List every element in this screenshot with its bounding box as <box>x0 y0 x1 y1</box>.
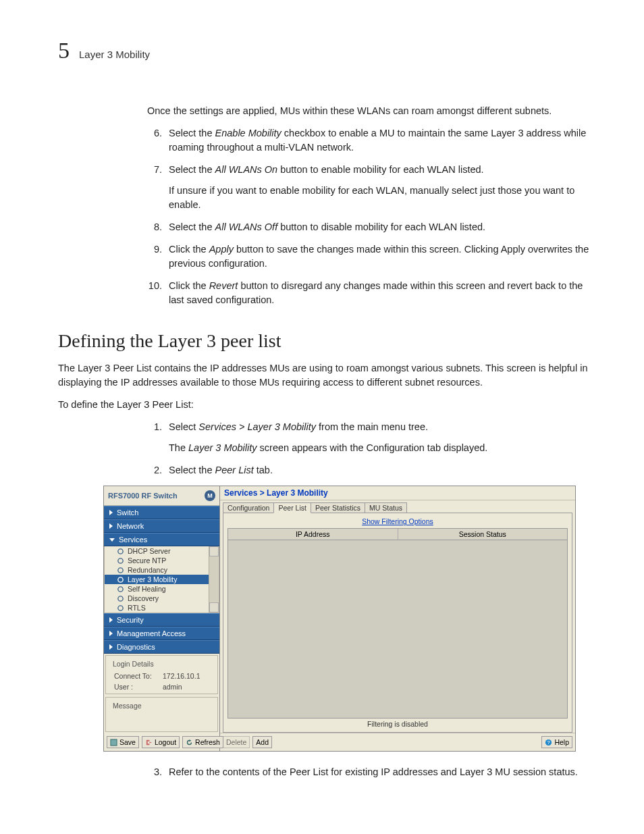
nav-switch[interactable]: Switch <box>104 506 219 519</box>
add-button[interactable]: Add <box>252 736 272 748</box>
step-number: 9. <box>147 242 162 271</box>
tab-peer-statistics[interactable]: Peer Statistics <box>311 502 365 513</box>
show-filtering-options-link[interactable]: Show Filtering Options <box>362 517 433 525</box>
intro-paragraph: Once the settings are applied, MUs withi… <box>147 104 590 118</box>
motorola-logo-icon: M <box>205 490 215 501</box>
sidebar-item-rtls[interactable]: RTLS <box>105 603 219 613</box>
nav-services[interactable]: Services <box>104 533 219 546</box>
step-text: Select the Enable Mobility checkbox to e… <box>169 126 590 155</box>
step-text: Click the Apply button to save the chang… <box>169 242 590 271</box>
tab-peer-list[interactable]: Peer List <box>273 502 311 513</box>
svg-point-4 <box>118 587 123 592</box>
brand-bar: RFS7000 RF Switch M <box>104 486 219 506</box>
nav-security[interactable]: Security <box>104 613 219 627</box>
sidebar-item-label: RTLS <box>128 604 146 612</box>
step-text: Refer to the contents of the Peer List f… <box>169 765 590 779</box>
sidebar-item-label: DHCP Server <box>128 547 170 555</box>
svg-point-2 <box>118 568 123 573</box>
sidebar-item-label: Secure NTP <box>128 556 166 565</box>
tab-mu-status[interactable]: MU Status <box>365 502 407 513</box>
sidebar-item-redundancy[interactable]: Redundancy <box>105 565 219 575</box>
step-item: 9.Click the Apply button to save the cha… <box>147 242 590 271</box>
step-text: Click the Revert button to disregard any… <box>169 279 590 307</box>
page-header: 5 Layer 3 Mobility <box>58 38 590 63</box>
tree-node-icon <box>117 604 124 612</box>
step-item: 2.Select the Peer List tab. <box>147 463 590 477</box>
section-paragraph-1: The Layer 3 Peer List contains the IP ad… <box>58 361 590 390</box>
sidebar-scrollbar[interactable] <box>209 546 219 613</box>
svg-point-1 <box>118 558 123 563</box>
sidebar-item-label: Discovery <box>128 594 159 602</box>
column-header[interactable]: IP Address <box>228 529 398 540</box>
filter-status-note: Filtering is disabled <box>223 719 572 732</box>
peer-list-table: IP AddressSession Status <box>227 528 568 719</box>
step-number: 3. <box>147 765 162 779</box>
step-item: 6.Select the Enable Mobility checkbox to… <box>147 126 590 155</box>
sidebar-item-label: Redundancy <box>128 566 167 574</box>
svg-point-6 <box>118 606 123 610</box>
step-text: Select the Peer List tab. <box>169 463 590 477</box>
svg-text:?: ? <box>547 739 550 746</box>
step-subtext: The Layer 3 Mobility screen appears with… <box>169 441 590 455</box>
step-number: 10. <box>147 279 162 307</box>
sidebar-item-dhcp-server[interactable]: DHCP Server <box>105 546 219 556</box>
refresh-button[interactable]: Refresh <box>182 736 223 748</box>
step-number: 8. <box>147 220 162 234</box>
section-paragraph-2: To define the Layer 3 Peer List: <box>58 398 590 412</box>
step-subtext: If unsure if you want to enable mobility… <box>169 184 590 212</box>
refresh-icon <box>186 739 193 746</box>
svg-point-0 <box>118 549 123 554</box>
column-header[interactable]: Session Status <box>398 529 568 540</box>
section-heading: Defining the Layer 3 peer list <box>58 330 590 352</box>
step-item: 3.Refer to the contents of the Peer List… <box>147 765 590 779</box>
tab-configuration[interactable]: Configuration <box>223 502 274 513</box>
nav-diagnostics[interactable]: Diagnostics <box>104 640 219 654</box>
tree-node-icon <box>117 548 124 555</box>
nav-management-access[interactable]: Management Access <box>104 627 219 640</box>
chapter-title: Layer 3 Mobility <box>79 49 150 60</box>
chapter-number: 5 <box>58 38 70 63</box>
step-item: 7.Select the All WLANs On button to enab… <box>147 163 590 212</box>
step-item: 8.Select the All WLANs Off button to dis… <box>147 220 590 234</box>
svg-point-5 <box>118 596 123 601</box>
delete-button[interactable]: Delete <box>223 736 250 748</box>
tree-node-icon <box>117 557 124 565</box>
svg-rect-7 <box>111 739 117 746</box>
save-button[interactable]: Save <box>107 736 139 748</box>
sidebar-item-discovery[interactable]: Discovery <box>105 594 219 603</box>
sidebar-item-label: Self Healing <box>128 585 166 593</box>
step-text: Select Services > Layer 3 Mobility from … <box>169 420 590 455</box>
sidebar-item-self-healing[interactable]: Self Healing <box>105 584 219 594</box>
sidebar-item-secure-ntp[interactable]: Secure NTP <box>105 556 219 565</box>
logout-button[interactable]: Logout <box>142 736 180 748</box>
step-number: 2. <box>147 463 162 477</box>
svg-point-3 <box>118 577 123 582</box>
sidebar-item-label: Layer 3 Mobility <box>128 575 178 583</box>
tree-node-icon <box>117 585 124 593</box>
tree-node-icon <box>117 576 124 583</box>
help-button[interactable]: ? Help <box>541 736 572 748</box>
login-details-panel: Login Details Connect To:172.16.10.1 Use… <box>105 655 218 694</box>
tree-node-icon <box>117 567 124 574</box>
save-icon <box>110 739 117 746</box>
step-number: 1. <box>147 420 162 455</box>
breadcrumb: Services > Layer 3 Mobility <box>220 486 575 500</box>
tree-node-icon <box>117 595 124 602</box>
logout-icon <box>145 739 153 746</box>
step-text: Select the All WLANs Off button to disab… <box>169 220 590 234</box>
sidebar-item-layer-3-mobility[interactable]: Layer 3 Mobility <box>105 575 219 584</box>
step-text: Select the All WLANs On button to enable… <box>169 163 590 212</box>
help-icon: ? <box>545 739 552 746</box>
nav-network[interactable]: Network <box>104 519 219 533</box>
step-number: 6. <box>147 126 162 155</box>
step-number: 7. <box>147 163 162 212</box>
app-screenshot: RFS7000 RF Switch M Switch Network Servi… <box>103 486 576 752</box>
step-item: 1.Select Services > Layer 3 Mobility fro… <box>147 420 590 455</box>
message-panel: Message <box>105 697 218 732</box>
step-item: 10.Click the Revert button to disregard … <box>147 279 590 307</box>
